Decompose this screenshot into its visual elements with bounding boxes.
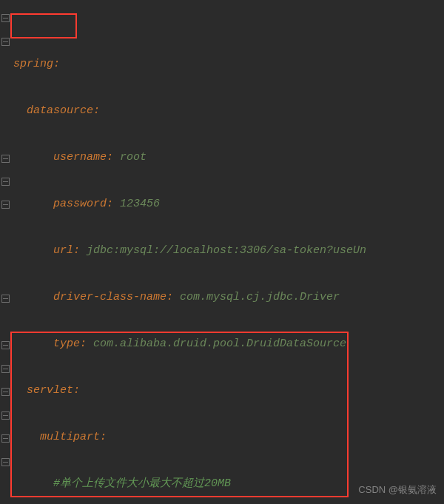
yaml-key: password (53, 198, 107, 210)
fold-close-icon[interactable] (1, 155, 10, 163)
code-line: password: 123456 (13, 192, 444, 216)
fold-icon[interactable] (1, 434, 10, 443)
code-line: url: jdbc:mysql://localhost:3306/sa-toke… (13, 239, 444, 263)
code-line: username: root (13, 146, 444, 169)
code-line: type: com.alibaba.druid.pool.DruidDataSo… (13, 332, 444, 356)
fold-gutter (0, 6, 10, 309)
fold-icon[interactable] (1, 38, 10, 46)
watermark: CSDN @银氨溶液 (358, 480, 437, 500)
yaml-value: jdbc:mysql://localhost:3306/sa-token?use… (87, 244, 366, 257)
yaml-key: type (53, 337, 80, 350)
code-editor: spring: datasource: username: root passw… (0, 0, 444, 504)
code-line: multipart: (13, 426, 444, 449)
yaml-value: com.mysql.cj.jdbc.Driver (180, 291, 340, 303)
yaml-value: 123456 (120, 198, 160, 210)
code-line: driver-class-name: com.mysql.cj.jdbc.Dri… (13, 286, 444, 309)
fold-close-icon[interactable] (1, 365, 10, 373)
fold-icon[interactable] (1, 14, 10, 22)
fold-icon[interactable] (1, 201, 10, 209)
fold-icon[interactable] (1, 341, 10, 349)
fold-icon[interactable] (1, 388, 10, 396)
yaml-comment: #单个上传文件大小最大不超过20MB (53, 477, 231, 490)
fold-icon[interactable] (1, 411, 10, 420)
fold-icon[interactable] (1, 178, 10, 186)
yaml-key: datasource (27, 104, 93, 117)
code-line: spring: (13, 53, 444, 76)
yaml-value: com.alibaba.druid.pool.DruidDataSource (93, 337, 346, 350)
yaml-key: username (53, 151, 107, 164)
yaml-key: servlet (27, 384, 73, 397)
code-line: datasource: (13, 99, 444, 123)
code-line: servlet: (13, 379, 444, 403)
yaml-value: root (120, 151, 147, 164)
yaml-key: spring (13, 58, 53, 70)
yaml-key: url (53, 244, 73, 257)
fold-close-icon[interactable] (1, 458, 10, 466)
yaml-key: driver-class-name (53, 291, 166, 303)
yaml-key: multipart (40, 431, 100, 443)
fold-close-icon[interactable] (1, 295, 10, 303)
